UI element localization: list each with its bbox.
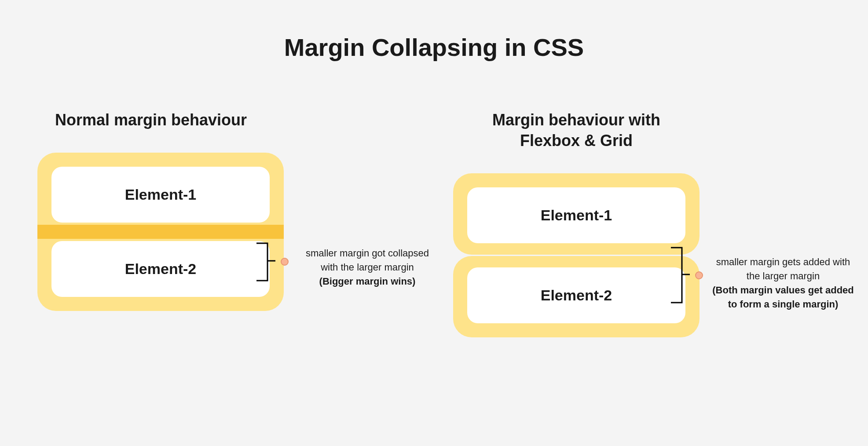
flex-element-1-box: Element-1 [467,187,685,243]
flexbox-diagram: Element-1 Element-2 [453,173,700,337]
normal-diagram: Element-1 Element-2 [37,153,284,311]
container-box-bottom: Element-2 [37,237,284,311]
annotation-text-line1: smaller margin got collapsed [306,248,429,259]
flex-container-top: Element-1 [453,173,700,255]
flexbox-title-line2: Flexbox & Grid [520,132,633,150]
normal-annotation: smaller margin got collapsed with the la… [295,246,440,289]
element-1-box: Element-1 [51,167,270,223]
bracket-icon [254,241,281,285]
annotation-dot [281,258,289,266]
flexbox-annotation: smaller margin gets added with the large… [708,255,858,311]
container-box-top: Element-1 [37,153,284,227]
annotation-bold-line1: (Both margin values get added [712,285,854,296]
element-2-box: Element-2 [51,241,270,297]
page-title: Margin Collapsing in CSS [284,33,584,62]
collapsed-margin-bar [37,225,284,239]
flex-element-2-box: Element-2 [467,267,685,323]
annotation-dot [695,271,703,279]
annotation-text-line2: with the larger margin [321,262,414,273]
normal-section-title: Normal margin behaviour [37,110,284,131]
flexbox-title-line1: Margin behaviour with [492,111,660,129]
annotation-bold-line2: to form a single margin) [728,299,839,310]
flex-container-bottom: Element-2 [453,256,700,337]
flexbox-margin-section: Margin behaviour with Flexbox & Grid Ele… [453,110,700,337]
bracket-icon [669,245,695,307]
annotation-text-line1: smaller margin gets added with [716,256,850,267]
normal-margin-section: Normal margin behaviour Element-1 Elemen… [37,110,284,311]
annotation-bold: (Bigger margin wins) [319,276,416,287]
flexbox-section-title: Margin behaviour with Flexbox & Grid [453,110,700,151]
annotation-text-line2: the larger margin [747,271,820,281]
